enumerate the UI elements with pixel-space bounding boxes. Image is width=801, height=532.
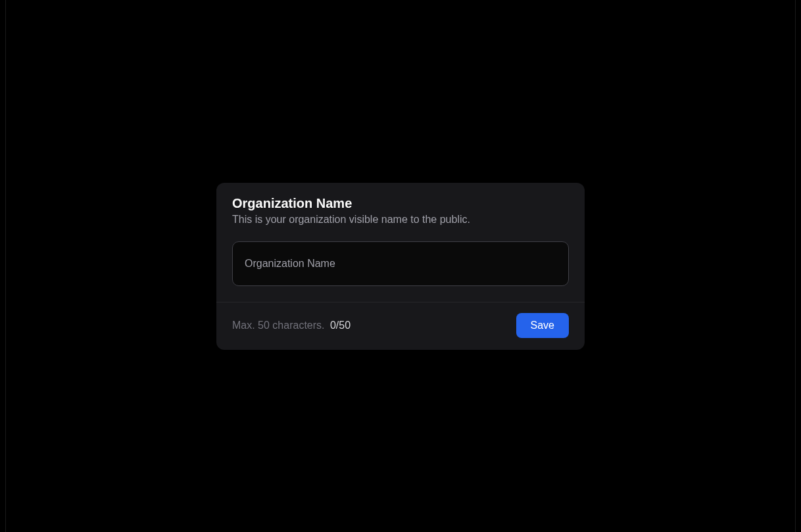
char-limit: Max. 50 characters. 0/50 [232, 320, 351, 331]
card-description: This is your organization visible name t… [232, 214, 569, 226]
card-body: Organization Name This is your organizat… [216, 183, 585, 302]
card-footer: Max. 50 characters. 0/50 Save [216, 302, 585, 350]
char-limit-label: Max. 50 characters. [232, 320, 325, 331]
org-name-card: Organization Name This is your organizat… [216, 183, 585, 350]
char-limit-count: 0/50 [330, 320, 351, 331]
card-title: Organization Name [232, 196, 569, 211]
organization-name-input[interactable] [232, 241, 569, 286]
save-button[interactable]: Save [516, 313, 569, 338]
